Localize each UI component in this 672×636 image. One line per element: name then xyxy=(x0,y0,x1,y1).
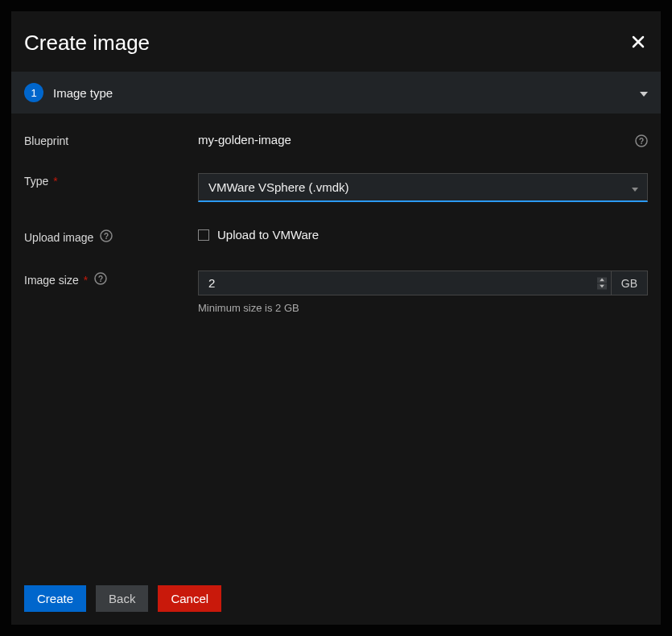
size-unit: GB xyxy=(612,271,648,295)
modal-title: Create image xyxy=(24,31,150,56)
blueprint-label: Blueprint xyxy=(24,133,198,147)
step-number-badge: 1 xyxy=(24,83,43,102)
size-input[interactable] xyxy=(198,271,612,295)
upload-checkbox[interactable] xyxy=(198,229,209,241)
modal-header: Create image xyxy=(11,11,661,72)
size-hint: Minimum size is 2 GB xyxy=(198,302,648,314)
form-body: Blueprint my-golden-image Type * VMWare … xyxy=(11,114,661,572)
caret-down-icon xyxy=(640,85,648,100)
upload-row: Upload image Upload to VMWare xyxy=(24,228,648,245)
required-indicator: * xyxy=(53,175,57,188)
size-help-button[interactable] xyxy=(94,272,107,287)
type-label: Type xyxy=(24,175,48,188)
step-label: Image type xyxy=(53,86,113,100)
upload-label: Upload image xyxy=(24,231,93,244)
cancel-button[interactable]: Cancel xyxy=(158,585,221,612)
type-row: Type * VMWare VSphere (.vmdk) xyxy=(24,173,648,202)
spinner-up[interactable] xyxy=(597,277,607,283)
close-icon xyxy=(632,35,645,51)
svg-point-0 xyxy=(636,135,647,147)
svg-point-2 xyxy=(95,273,106,284)
spinner-down[interactable] xyxy=(597,283,607,289)
upload-help-button[interactable] xyxy=(100,229,113,245)
upload-checkbox-label: Upload to VMWare xyxy=(217,228,319,242)
step-header-left: 1 Image type xyxy=(24,83,113,102)
step-header[interactable]: 1 Image type xyxy=(11,72,661,114)
create-button[interactable]: Create xyxy=(24,585,86,612)
svg-point-1 xyxy=(101,230,112,242)
blueprint-value: my-golden-image xyxy=(198,133,648,147)
blueprint-row: Blueprint my-golden-image xyxy=(24,133,648,147)
number-spinner xyxy=(597,277,607,289)
blueprint-help-button[interactable] xyxy=(635,134,648,151)
help-icon xyxy=(94,272,107,287)
modal-footer: Create Back Cancel xyxy=(11,572,661,625)
close-button[interactable] xyxy=(629,32,648,54)
create-image-modal: Create image 1 Image type Blueprint my-g… xyxy=(11,11,661,625)
back-button[interactable]: Back xyxy=(96,585,148,612)
help-icon xyxy=(635,134,648,151)
size-label: Image size xyxy=(24,274,79,287)
size-row: Image size * GB xyxy=(24,271,648,314)
help-icon xyxy=(100,229,113,245)
required-indicator: * xyxy=(84,274,88,287)
type-select[interactable]: VMWare VSphere (.vmdk) xyxy=(198,173,648,202)
